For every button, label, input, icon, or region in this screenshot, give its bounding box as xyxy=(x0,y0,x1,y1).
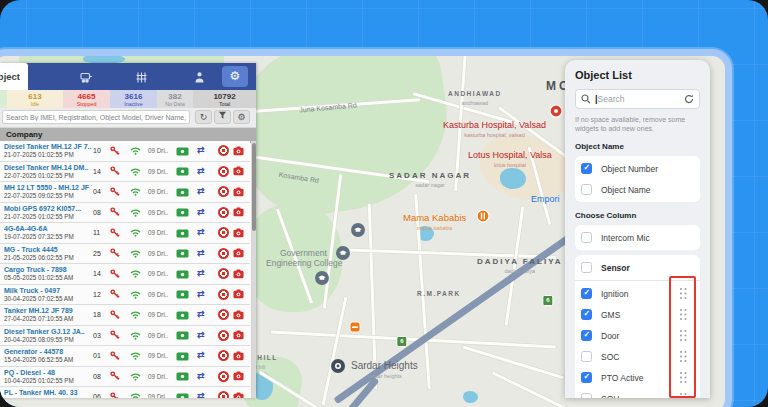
camera-icon[interactable] xyxy=(233,146,244,156)
stat-stopped[interactable]: 4665Stopped xyxy=(63,90,110,108)
record-icon[interactable] xyxy=(218,330,229,341)
drag-handle-icon[interactable] xyxy=(680,393,688,398)
video-icon[interactable] xyxy=(176,290,189,299)
heights-marker-icon[interactable] xyxy=(331,359,346,374)
sync-icon[interactable] xyxy=(684,94,694,104)
camera-icon[interactable] xyxy=(233,330,244,340)
settings-button[interactable]: ⚙ xyxy=(233,110,250,124)
ignition-key-icon[interactable] xyxy=(110,187,120,197)
object-row[interactable]: 4G-6A-4G-6A 19-07-2025 07:32:55 PM 11 09… xyxy=(0,223,250,244)
route-swap-icon[interactable]: ⇄ xyxy=(197,287,205,301)
ignition-key-icon[interactable] xyxy=(110,371,120,381)
option-object-number[interactable]: Object Number xyxy=(581,158,694,179)
driver-label[interactable]: 09 Dri.. xyxy=(148,270,168,277)
object-name-link[interactable]: Milk Truck - 0497 xyxy=(4,286,92,295)
camera-icon[interactable] xyxy=(233,392,244,399)
video-icon[interactable] xyxy=(176,167,189,176)
camera-icon[interactable] xyxy=(233,187,244,197)
ignition-key-icon[interactable] xyxy=(110,228,120,238)
ignition-key-icon[interactable] xyxy=(110,248,120,258)
object-row[interactable]: PQ - Diesel - 48 10-04-2025 01:02:55 PM … xyxy=(0,367,250,388)
stat-running-clipped[interactable] xyxy=(0,90,7,108)
object-search-input[interactable] xyxy=(2,110,190,124)
object-row[interactable]: MH 12 LT 5550 - MH.12 JF 7... 22-07-2025… xyxy=(0,182,250,203)
stat-total[interactable]: 10792Total xyxy=(193,90,256,108)
checkbox[interactable] xyxy=(581,351,592,362)
camera-icon[interactable] xyxy=(233,207,244,217)
list-scrollbar[interactable] xyxy=(251,141,256,398)
object-row[interactable]: Cargo Truck - 7898 05-05-2025 01:02:55 A… xyxy=(0,264,250,285)
camera-icon[interactable] xyxy=(233,248,244,258)
ignition-key-icon[interactable] xyxy=(110,289,120,299)
route-swap-icon[interactable]: ⇄ xyxy=(197,225,205,239)
object-name-link[interactable]: 4G-6A-4G-6A xyxy=(4,224,92,233)
driver-label[interactable]: 09 Dri.. xyxy=(148,168,168,175)
video-icon[interactable] xyxy=(176,331,189,340)
signal-wifi-icon[interactable] xyxy=(130,269,141,278)
camera-icon[interactable] xyxy=(233,351,244,361)
object-name-link[interactable]: Tanker MH.12 JF 789 xyxy=(4,306,92,315)
signal-wifi-icon[interactable] xyxy=(130,372,141,381)
route-swap-icon[interactable]: ⇄ xyxy=(197,369,205,383)
option-object-name[interactable]: Object Name xyxy=(581,179,694,200)
camera-icon[interactable] xyxy=(233,269,244,279)
object-name-link[interactable]: Diesel Tanker MH.14 DM.. xyxy=(4,163,92,172)
checkbox[interactable] xyxy=(581,232,592,243)
highway-shield[interactable]: 6 xyxy=(396,329,407,347)
school-marker-icon[interactable] xyxy=(336,246,351,261)
record-icon[interactable] xyxy=(218,309,229,320)
signal-wifi-icon[interactable] xyxy=(130,249,141,258)
drag-handle-icon[interactable] xyxy=(680,351,688,363)
poi-grid-icon[interactable] xyxy=(135,70,148,83)
driver-label[interactable]: 09 Dri.. xyxy=(148,393,168,398)
drag-handle-icon[interactable] xyxy=(680,288,688,300)
signal-wifi-icon[interactable] xyxy=(130,167,141,176)
video-icon[interactable] xyxy=(176,249,189,258)
object-name-link[interactable]: Cargo Truck - 7898 xyxy=(4,265,92,274)
route-swap-icon[interactable]: ⇄ xyxy=(197,266,205,280)
ignition-key-icon[interactable] xyxy=(110,330,120,340)
driver-label[interactable]: 09 Dri.. xyxy=(148,229,168,236)
route-swap-icon[interactable]: ⇄ xyxy=(197,307,205,321)
widget-search-box[interactable]: | Search xyxy=(575,89,700,109)
video-icon[interactable] xyxy=(176,147,189,156)
tab-object[interactable]: Object xyxy=(0,63,28,90)
drag-handle-icon[interactable] xyxy=(680,330,688,342)
object-row[interactable]: Milk Truck - 0497 30-04-2025 07:02:55 AM… xyxy=(0,285,250,306)
filter-button[interactable] xyxy=(214,110,231,124)
record-icon[interactable] xyxy=(218,289,229,300)
checkbox[interactable] xyxy=(581,372,592,383)
record-icon[interactable] xyxy=(218,186,229,197)
ignition-key-icon[interactable] xyxy=(110,207,120,217)
video-icon[interactable] xyxy=(176,311,189,320)
driver-label[interactable]: 09 Dri.. xyxy=(148,188,168,195)
signal-wifi-icon[interactable] xyxy=(130,290,141,299)
route-swap-icon[interactable]: ⇄ xyxy=(197,328,205,342)
option-pto-active[interactable]: PTO Active xyxy=(581,367,694,388)
redpin-marker-icon[interactable] xyxy=(549,104,563,118)
record-icon[interactable] xyxy=(218,371,229,382)
panel-settings-button[interactable]: ⚙ xyxy=(222,66,248,87)
driver-label[interactable]: 09 Dri.. xyxy=(148,311,168,318)
route-swap-icon[interactable]: ⇄ xyxy=(197,184,205,198)
route-swap-icon[interactable]: ⇄ xyxy=(197,205,205,219)
record-icon[interactable] xyxy=(218,207,229,218)
object-name-link[interactable]: MG - Truck 4445 xyxy=(4,245,92,254)
driver-label[interactable]: 09 Dri.. xyxy=(148,209,168,216)
option-ignition[interactable]: Ignition xyxy=(581,283,694,304)
object-name-link[interactable]: Mobi GPS 6972 KI057... xyxy=(4,204,92,213)
object-name-link[interactable]: MH 12 LT 5550 - MH.12 JF 7... xyxy=(4,183,92,192)
store-marker-icon[interactable] xyxy=(350,322,361,333)
signal-wifi-icon[interactable] xyxy=(130,331,141,340)
signal-wifi-icon[interactable] xyxy=(130,146,141,155)
signal-wifi-icon[interactable] xyxy=(130,351,141,360)
route-swap-icon[interactable]: ⇄ xyxy=(197,348,205,362)
checkbox[interactable] xyxy=(581,288,592,299)
driver-label[interactable]: 09 Dri.. xyxy=(148,373,168,380)
object-name-link[interactable]: Generator - 44578 xyxy=(4,347,92,356)
ignition-key-icon[interactable] xyxy=(110,392,120,399)
signal-wifi-icon[interactable] xyxy=(130,187,141,196)
object-row[interactable]: PL - Tanker MH. 40. 33 30-03-2024 09:02:… xyxy=(0,387,250,398)
driver-label[interactable]: 09 Dri.. xyxy=(148,352,168,359)
driver-icon[interactable] xyxy=(193,70,206,83)
